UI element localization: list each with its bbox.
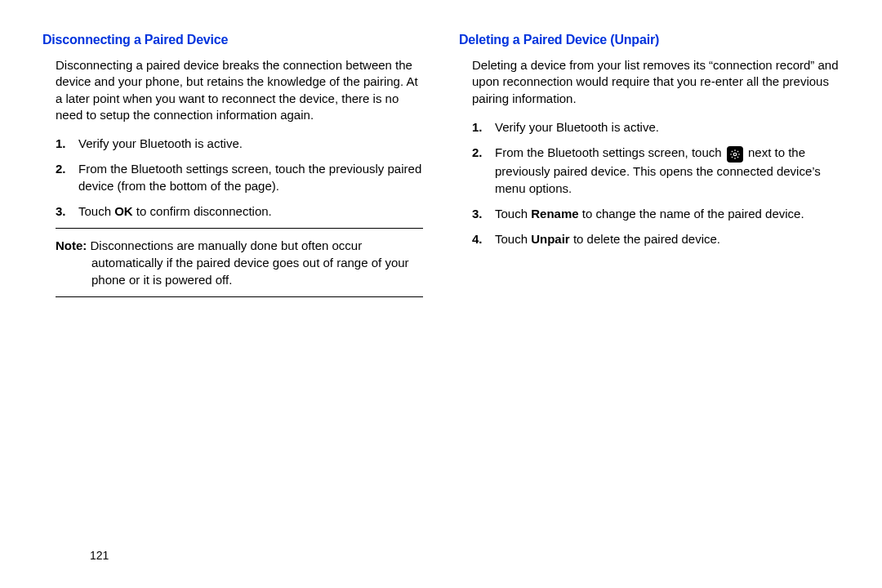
note-block: Note: Disconnections are manually done b…: [56, 228, 423, 297]
unpair-step-3: Touch Rename to change the name of the p…: [472, 205, 840, 222]
disconnect-step-1: Verify your Bluetooth is active.: [56, 135, 423, 152]
unpair-heading: Deleting a Paired Device (Unpair): [459, 33, 840, 47]
page-number: 121: [90, 549, 109, 562]
note-rule-bottom: [56, 296, 423, 297]
right-column: Deleting a Paired Device (Unpair) Deleti…: [459, 33, 840, 564]
step3-pre: Touch: [495, 207, 531, 220]
disconnect-step-2: From the Bluetooth settings screen, touc…: [56, 160, 423, 194]
left-column: Disconnecting a Paired Device Disconnect…: [42, 33, 423, 564]
disconnect-heading: Disconnecting a Paired Device: [42, 33, 423, 47]
step3-post: to change the name of the paired device.: [579, 207, 804, 220]
manual-page: Disconnecting a Paired Device Disconnect…: [0, 0, 882, 588]
gear-icon: [727, 146, 743, 163]
note-rule-top: [56, 228, 423, 229]
unpair-step-4: Touch Unpair to delete the paired device…: [472, 230, 840, 247]
step4-post: to delete the paired device.: [570, 232, 720, 246]
note-text-line: Note: Disconnections are manually done b…: [56, 237, 423, 288]
step3-post: to confirm disconnection.: [133, 204, 272, 218]
svg-point-0: [733, 153, 737, 156]
unpair-step-2: From the Bluetooth settings screen, touc…: [472, 144, 840, 197]
rename-label: Rename: [531, 207, 578, 220]
disconnect-steps: Verify your Bluetooth is active. From th…: [56, 135, 423, 220]
unpair-intro: Deleting a device from your list removes…: [472, 57, 840, 107]
unpair-step-1: Verify your Bluetooth is active.: [472, 118, 840, 136]
step3-ok-label: OK: [114, 204, 133, 218]
step3-pre: Touch: [78, 204, 114, 218]
unpair-label: Unpair: [531, 232, 570, 246]
note-label: Note:: [56, 238, 87, 252]
disconnect-step-3: Touch OK to confirm disconnection.: [56, 203, 423, 220]
disconnect-intro: Disconnecting a paired device breaks the…: [56, 57, 423, 123]
step4-pre: Touch: [495, 232, 531, 246]
note-text: Disconnections are manually done but oft…: [87, 238, 408, 287]
unpair-steps: Verify your Bluetooth is active. From th…: [472, 118, 840, 247]
step2-pre: From the Bluetooth settings screen, touc…: [495, 145, 725, 159]
note-body: Note: Disconnections are manually done b…: [56, 234, 423, 292]
